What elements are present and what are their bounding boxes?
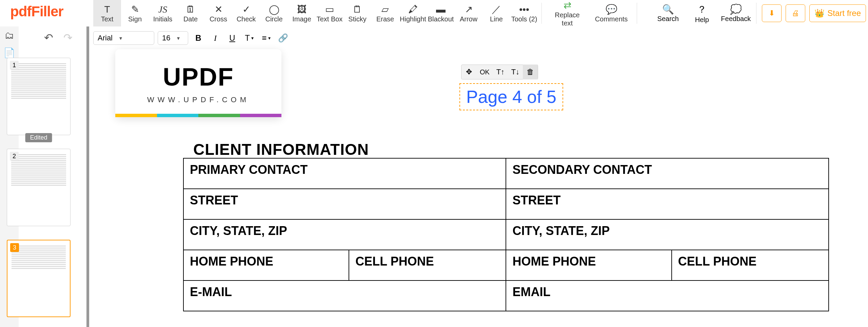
cell-csz-1[interactable]: CITY, STATE, ZIP: [183, 219, 506, 250]
tool-line[interactable]: ／Line: [482, 0, 510, 26]
tool-textbox[interactable]: ▭Text Box: [316, 0, 343, 26]
sticky-icon: 🗒: [353, 4, 362, 15]
bold-button[interactable]: B: [192, 31, 205, 45]
cell-primary-contact[interactable]: PRIMARY CONTACT: [183, 158, 506, 189]
link-icon: 🔗: [278, 33, 288, 43]
panel-divider[interactable]: [86, 26, 89, 327]
tool-image[interactable]: 🖼Image: [288, 0, 316, 26]
cell-street-1[interactable]: STREET: [183, 189, 506, 219]
page-gear-icon: 📄: [3, 48, 15, 58]
align-button[interactable]: ≡▾: [259, 31, 273, 45]
cell-csz-2[interactable]: CITY, STATE, ZIP: [506, 219, 829, 250]
help-button[interactable]: ？Help: [685, 0, 719, 26]
font-up-icon: T↑: [496, 68, 505, 76]
pages-panel-button[interactable]: 🗂: [5, 30, 14, 41]
tool-tools[interactable]: •••Tools (2): [510, 0, 538, 26]
textbox-icon: ▭: [325, 4, 334, 15]
cell-email-2[interactable]: EMAIL: [506, 280, 829, 311]
cell-secondary-contact[interactable]: SECONDARY CONTACT: [506, 158, 829, 189]
replace-icon: ⇄: [564, 0, 571, 11]
cell-home-phone-2[interactable]: HOME PHONE: [506, 250, 671, 280]
font-size-select[interactable]: 16▾: [158, 31, 188, 45]
sign-icon: ✎: [131, 4, 139, 15]
tool-circle[interactable]: ◯Circle: [260, 0, 288, 26]
page-number: 3: [10, 243, 19, 252]
delete-text-button[interactable]: 🗑: [523, 65, 538, 79]
updf-logo-box: UPDF WWW.UPDF.COM: [115, 49, 281, 117]
brand-logo: pdfFiller: [10, 3, 63, 20]
chevron-down-icon: ▾: [177, 35, 180, 41]
undo-button[interactable]: ↶: [44, 31, 53, 44]
font-increase-button[interactable]: T↑: [493, 65, 508, 79]
tool-cross[interactable]: ✕Cross: [204, 0, 232, 26]
tool-highlight[interactable]: 🖍Highlight: [399, 0, 427, 26]
redo-button[interactable]: ↷: [63, 31, 73, 44]
cell-email-1[interactable]: E-MAIL: [183, 280, 506, 311]
chevron-down-icon: ▾: [251, 35, 254, 41]
cell-street-2[interactable]: STREET: [506, 189, 829, 219]
feedback-icon: 💭: [730, 4, 742, 15]
arrow-icon: ↗: [465, 4, 473, 15]
client-info-table: PRIMARY CONTACT SECONDARY CONTACT STREET…: [183, 158, 829, 311]
print-button[interactable]: 🖨: [786, 4, 805, 22]
ok-button[interactable]: OK: [476, 65, 493, 79]
updf-color-bar: [115, 114, 281, 117]
cell-home-phone-1[interactable]: HOME PHONE: [183, 250, 349, 280]
heading-client-info: CLIENT INFORMATION: [193, 140, 369, 159]
erase-icon: ▱: [381, 4, 389, 15]
text-icon: T: [104, 4, 110, 15]
font-decrease-button[interactable]: T↓: [508, 65, 523, 79]
pages-icon: 🗂: [5, 30, 14, 41]
tool-text[interactable]: TText: [93, 0, 121, 26]
redo-icon: ↷: [63, 32, 73, 44]
check-icon: ✓: [242, 4, 250, 15]
download-icon: ⬇: [769, 9, 775, 18]
start-free-button[interactable]: 👑Start free: [809, 4, 866, 22]
download-button[interactable]: ⬇: [762, 4, 782, 22]
tool-blackout[interactable]: ▬Blackout: [427, 0, 455, 26]
link-button[interactable]: 🔗: [276, 31, 290, 45]
move-icon: ✥: [466, 68, 472, 76]
cell-cell-phone-2[interactable]: CELL PHONE: [672, 250, 829, 280]
trash-icon: 🗑: [527, 68, 534, 76]
page-text-box[interactable]: Page 4 of 5: [459, 83, 563, 110]
page-thumbnail-2[interactable]: 2: [7, 149, 71, 226]
tool-check[interactable]: ✓Check: [232, 0, 260, 26]
tool-erase[interactable]: ▱Erase: [371, 0, 399, 26]
tool-date[interactable]: 🗓Date: [177, 0, 204, 26]
underline-button[interactable]: U: [225, 31, 239, 45]
move-handle[interactable]: ✥: [461, 65, 476, 79]
help-icon: ？: [697, 3, 707, 16]
tool-replace-text[interactable]: ⇄Replace text: [545, 0, 589, 26]
text-color-button[interactable]: T▾: [242, 31, 256, 45]
tool-comments[interactable]: 💬Comments: [589, 0, 633, 26]
more-icon: •••: [519, 4, 529, 15]
text-mini-toolbar: ✥ OK T↑ T↓ 🗑: [461, 65, 538, 79]
highlight-icon: 🖍: [408, 4, 418, 15]
cell-cell-phone-1[interactable]: CELL PHONE: [349, 250, 506, 280]
chevron-down-icon: ▾: [119, 35, 122, 41]
page-settings-button[interactable]: 📄: [3, 47, 15, 58]
calendar-icon: 🗓: [186, 4, 195, 15]
italic-button[interactable]: I: [209, 31, 222, 45]
crown-icon: 👑: [814, 8, 825, 18]
tool-sign[interactable]: ✎Sign: [121, 0, 149, 26]
page-number: 2: [10, 152, 19, 161]
page-number: 1: [10, 61, 19, 70]
search-icon: 🔍: [662, 4, 674, 15]
line-icon: ／: [492, 4, 501, 15]
search-button[interactable]: 🔍Search: [651, 0, 685, 26]
font-family-select[interactable]: Arial▾: [93, 31, 154, 45]
font-down-icon: T↓: [511, 68, 519, 76]
initials-icon: JS: [158, 4, 167, 15]
circle-icon: ◯: [269, 4, 279, 15]
feedback-button[interactable]: 💭Feedback: [719, 0, 753, 26]
tool-sticky[interactable]: 🗒Sticky: [343, 0, 371, 26]
cross-icon: ✕: [215, 4, 222, 15]
page-thumbnail-1[interactable]: 1 Edited: [7, 58, 71, 135]
tool-arrow[interactable]: ↗Arrow: [455, 0, 482, 26]
tool-initials[interactable]: JSInitials: [149, 0, 177, 26]
page-thumbnail-3[interactable]: 3: [7, 240, 71, 317]
print-icon: 🖨: [792, 9, 799, 18]
comments-icon: 💬: [606, 4, 617, 15]
